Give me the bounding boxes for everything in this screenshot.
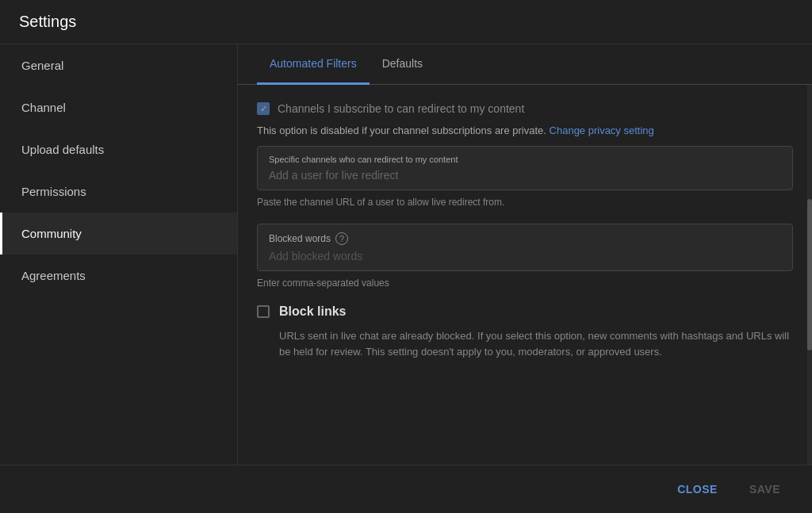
blocked-words-label: Blocked words bbox=[269, 233, 331, 244]
blocked-words-box: Blocked words ? Add blocked words bbox=[257, 224, 793, 271]
add-user-placeholder[interactable]: Add a user for live redirect bbox=[269, 169, 781, 182]
modal-footer: CLOSE SAVE bbox=[0, 465, 812, 513]
blocked-words-input[interactable]: Add blocked words bbox=[269, 250, 781, 262]
sidebar-item-upload-defaults[interactable]: Upload defaults bbox=[0, 128, 237, 170]
main-content: Automated Filters Defaults ✓ Channels I … bbox=[238, 44, 812, 465]
save-button[interactable]: SAVE bbox=[737, 477, 793, 502]
scrollbar-thumb[interactable] bbox=[807, 199, 812, 351]
block-links-description: URLs sent in live chat are already block… bbox=[279, 328, 793, 359]
sidebar-item-community[interactable]: Community bbox=[0, 212, 237, 255]
sidebar-item-agreements[interactable]: Agreements bbox=[0, 255, 237, 297]
tab-automated-filters[interactable]: Automated Filters bbox=[257, 44, 370, 85]
modal-body: General Channel Upload defaults Permissi… bbox=[0, 44, 812, 465]
modal-header: Settings bbox=[0, 0, 812, 44]
sidebar: General Channel Upload defaults Permissi… bbox=[0, 44, 238, 465]
sidebar-item-channel[interactable]: Channel bbox=[0, 86, 237, 128]
specific-channels-label: Specific channels who can redirect to my… bbox=[269, 155, 781, 164]
channel-subscribe-checkbox[interactable]: ✓ bbox=[257, 102, 270, 115]
modal-title: Settings bbox=[19, 13, 793, 31]
tabs-bar: Automated Filters Defaults bbox=[238, 44, 812, 85]
help-icon[interactable]: ? bbox=[335, 232, 348, 245]
privacy-note: This option is disabled if your channel … bbox=[257, 124, 793, 136]
sidebar-item-permissions[interactable]: Permissions bbox=[0, 170, 237, 212]
specific-channels-box: Specific channels who can redirect to my… bbox=[257, 146, 793, 190]
comma-hint: Enter comma-separated values bbox=[257, 278, 793, 289]
close-button[interactable]: CLOSE bbox=[665, 477, 730, 502]
block-links-row: Block links bbox=[257, 304, 793, 319]
channel-subscribe-row: ✓ Channels I subscribe to can redirect t… bbox=[257, 93, 793, 124]
tab-defaults[interactable]: Defaults bbox=[370, 44, 435, 85]
block-links-checkbox[interactable] bbox=[257, 305, 270, 318]
channel-subscribe-text: Channels I subscribe to can redirect to … bbox=[278, 102, 524, 115]
paste-hint: Paste the channel URL of a user to allow… bbox=[257, 197, 793, 208]
content-area[interactable]: ✓ Channels I subscribe to can redirect t… bbox=[238, 85, 812, 465]
scrollbar[interactable] bbox=[807, 85, 812, 465]
block-links-label: Block links bbox=[279, 304, 346, 319]
sidebar-item-general[interactable]: General bbox=[0, 44, 237, 86]
change-privacy-link[interactable]: Change privacy setting bbox=[550, 124, 654, 136]
settings-modal: Settings General Channel Upload defaults… bbox=[0, 0, 812, 513]
